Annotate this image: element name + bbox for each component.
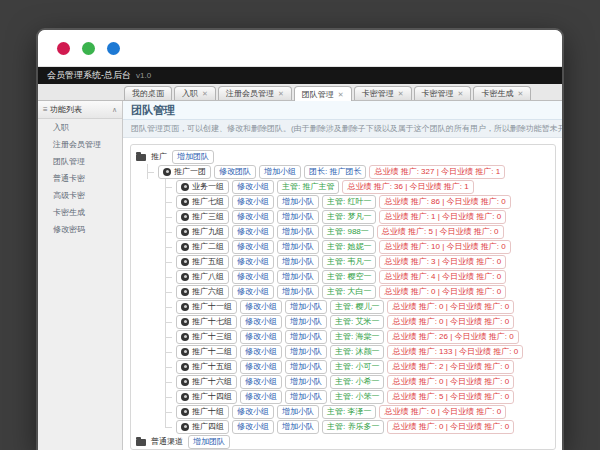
sidebar-item-0[interactable]: 入职 [38,119,122,136]
close-window-button[interactable] [57,42,70,55]
add-squad-button[interactable]: 增加小队 [277,405,319,419]
tree-node-name[interactable]: 推广十三组 [176,330,237,344]
sidebar-item-1[interactable]: 注册会员管理 [38,136,122,153]
group-leader-badge: 主管: 李泽一 [322,405,376,419]
tab-我的桌面[interactable]: 我的桌面 [124,86,172,100]
group-leader-badge: 主管: 樱空一 [322,270,376,284]
tab-卡密管理[interactable]: 卡密管理✕ [354,86,412,100]
add-squad-button[interactable]: 增加小队 [277,240,319,254]
edit-group-button[interactable]: 修改小组 [232,225,274,239]
add-squad-button[interactable]: 增加小队 [277,255,319,269]
sidebar-item-2[interactable]: 团队管理 [38,153,122,170]
tab-close-icon[interactable]: ✕ [458,90,464,97]
tab-label: 团队管理 [302,89,334,100]
group-row: 推广十四组修改小组增加小队主管: 小笨一总业绩 推广: 5 | 今日业绩 推广:… [160,389,551,404]
tab-close-icon[interactable]: ✕ [398,90,404,97]
edit-team-button[interactable]: 修改团队 [214,165,256,179]
node-label: 推广八组 [192,271,224,282]
tab-close-icon[interactable]: ✕ [338,91,344,98]
gear-icon [181,273,189,281]
add-squad-button[interactable]: 增加小队 [277,225,319,239]
edit-group-button[interactable]: 修改小组 [240,345,282,359]
tree-node-name[interactable]: 推广十七组 [176,315,237,329]
add-group-button[interactable]: 增加小组 [259,165,301,179]
tree-node-name[interactable]: 推广六组 [176,285,229,299]
sidebar-item-6[interactable]: 修改密码 [38,221,122,238]
tree-node-name[interactable]: 推广八组 [176,270,229,284]
add-team-button[interactable]: 增加团队 [188,435,230,449]
sidebar-item-3[interactable]: 普通卡密 [38,170,122,187]
group-leader-badge: 主管: 小希一 [330,375,384,389]
tab-注册会员管理[interactable]: 注册会员管理✕ [218,86,292,100]
tree-node-name[interactable]: 推广二组 [176,240,229,254]
tree-node-name[interactable]: 推广十四组 [176,390,237,404]
gear-icon [181,258,189,266]
group-stats-badge: 总业绩 推广: 0 | 今日业绩 推广: 0 [379,285,506,299]
tab-入职[interactable]: 入职✕ [174,86,216,100]
tab-close-icon[interactable]: ✕ [202,90,208,97]
gear-icon [181,363,189,371]
edit-group-button[interactable]: 修改小组 [232,240,274,254]
edit-group-button[interactable]: 修改小组 [240,300,282,314]
edit-group-button[interactable]: 修改小组 [232,420,274,434]
tab-close-icon[interactable]: ✕ [278,90,284,97]
node-label: 推广九组 [192,226,224,237]
tree-node-name[interactable]: 推广七组 [176,195,229,209]
gear-icon [181,348,189,356]
tab-close-icon[interactable]: ✕ [517,90,523,97]
edit-group-button[interactable]: 修改小组 [232,270,274,284]
tree-root-name[interactable]: 推广 [151,151,167,162]
edit-group-button[interactable]: 修改小组 [240,330,282,344]
edit-group-button[interactable]: 修改小组 [240,360,282,374]
tree-node-name[interactable]: 推广十一组 [176,300,237,314]
tree-node-name[interactable]: 推广四组 [176,420,229,434]
add-squad-button[interactable]: 增加小队 [285,330,327,344]
minimize-window-button[interactable] [82,42,95,55]
collapse-caret-icon[interactable]: ∧ [112,106,117,114]
add-squad-button[interactable]: 增加小队 [285,390,327,404]
add-squad-button[interactable]: 增加小队 [277,420,319,434]
tree-node-name[interactable]: 推广十五组 [176,360,237,374]
group-stats-badge: 总业绩 推广: 36 | 今日业绩 推广: 1 [342,180,473,194]
zoom-window-button[interactable] [107,42,120,55]
sidebar-item-4[interactable]: 高级卡密 [38,187,122,204]
tab-团队管理[interactable]: 团队管理✕ [294,86,352,101]
sidebar-header[interactable]: ≡ 功能列表 ∧ [38,101,122,119]
edit-group-button[interactable]: 修改小组 [240,315,282,329]
tree-node-name[interactable]: 推广一团 [158,165,211,179]
add-squad-button[interactable]: 增加小队 [285,315,327,329]
tab-卡密生成[interactable]: 卡密生成✕ [473,86,531,100]
add-squad-button[interactable]: 增加小队 [285,360,327,374]
add-squad-button[interactable]: 增加小队 [285,300,327,314]
gear-icon [181,213,189,221]
add-squad-button[interactable]: 增加小队 [285,375,327,389]
tree-node-name[interactable]: 推广九组 [176,225,229,239]
add-squad-button[interactable]: 增加小队 [277,210,319,224]
tree-node-name[interactable]: 推广十六组 [176,375,237,389]
edit-group-button[interactable]: 修改小组 [232,285,274,299]
tree-node-name[interactable]: 推广十组 [176,405,229,419]
edit-group-button[interactable]: 修改小组 [240,375,282,389]
add-squad-button[interactable]: 增加小队 [277,270,319,284]
edit-group-button[interactable]: 修改小组 [232,255,274,269]
browser-window: 会员管理系统-总后台v1.0 我的桌面入职✕注册会员管理✕团队管理✕卡密管理✕卡… [38,30,562,450]
app-version: v1.0 [136,71,151,80]
edit-group-button[interactable]: 修改小组 [232,210,274,224]
tree-node-name[interactable]: 推广五组 [176,255,229,269]
add-team-button[interactable]: 增加团队 [172,150,214,164]
tree-node-name[interactable]: 推广十二组 [176,345,237,359]
gear-icon [181,243,189,251]
tab-卡密管理[interactable]: 卡密管理✕ [414,86,472,100]
tree-node-name[interactable]: 业务一组 [176,180,229,194]
edit-group-button[interactable]: 修改小组 [232,180,274,194]
edit-group-button[interactable]: 修改小组 [232,405,274,419]
edit-group-button[interactable]: 修改小组 [240,390,282,404]
add-squad-button[interactable]: 增加小队 [285,345,327,359]
tree-root-name[interactable]: 普通渠道 [151,436,183,447]
edit-group-button[interactable]: 修改小组 [232,195,274,209]
folder-icon [136,154,146,161]
tree-node-name[interactable]: 推广三组 [176,210,229,224]
sidebar-item-5[interactable]: 卡密生成 [38,204,122,221]
add-squad-button[interactable]: 增加小队 [277,285,319,299]
add-squad-button[interactable]: 增加小队 [277,195,319,209]
